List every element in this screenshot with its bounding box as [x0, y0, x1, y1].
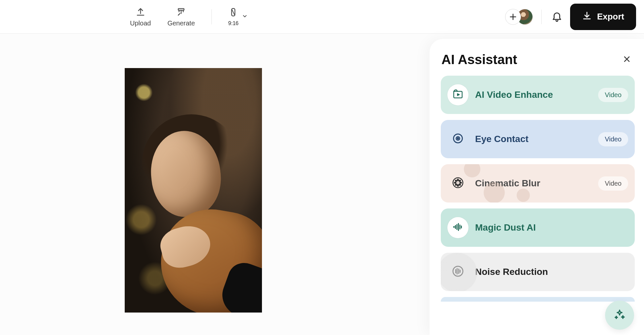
upload-label: Upload — [130, 19, 151, 27]
bell-icon — [551, 11, 563, 23]
tool-eye-contact[interactable]: Eye Contact Video — [441, 120, 635, 158]
toolbar-left-group: Upload Generate 9:16 — [130, 6, 248, 27]
tool-noise-reduction[interactable]: Noise Reduction — [441, 253, 635, 291]
tool-badge: Video — [598, 176, 628, 191]
tool-label: Noise Reduction — [475, 267, 628, 277]
tool-label: AI Video Enhance — [475, 90, 592, 100]
tool-badge: Video — [598, 88, 628, 102]
upload-icon — [136, 6, 145, 18]
svg-point-13 — [455, 180, 456, 181]
video-preview[interactable] — [125, 68, 262, 313]
sparkle-icon — [613, 308, 626, 322]
export-label: Export — [597, 12, 624, 22]
aspect-ratio-icon — [228, 7, 238, 19]
aspect-ratio-label: 9:16 — [228, 20, 239, 26]
chevron-down-icon — [242, 13, 248, 20]
generate-label: Generate — [167, 19, 195, 27]
waveform-icon — [452, 221, 464, 234]
ai-tool-list: AI Video Enhance Video Eye Contact Video — [441, 76, 635, 335]
svg-point-14 — [460, 180, 461, 181]
close-panel-button[interactable] — [620, 53, 633, 66]
close-icon — [622, 55, 631, 65]
export-button[interactable]: Export — [570, 4, 636, 30]
generate-button[interactable]: Generate — [167, 6, 195, 27]
svg-point-11 — [454, 182, 455, 183]
svg-point-12 — [461, 182, 462, 183]
toolbar-divider — [541, 10, 542, 24]
generate-icon — [176, 6, 186, 18]
tool-badge: Video — [598, 132, 628, 146]
notifications-button[interactable] — [550, 10, 564, 23]
tool-list-overflow-peek — [441, 297, 635, 302]
svg-marker-3 — [458, 94, 460, 96]
svg-point-15 — [455, 184, 456, 185]
aspect-ratio-dropdown[interactable]: 9:16 — [228, 7, 248, 26]
toolbar-right-group: Export — [505, 4, 636, 30]
tool-magic-dust-ai[interactable]: Magic Dust AI — [441, 208, 635, 247]
video-enhance-icon — [452, 89, 464, 101]
top-toolbar: Upload Generate 9:16 — [0, 0, 644, 34]
tool-cinematic-blur[interactable]: Cinematic Blur Video — [441, 164, 635, 203]
upload-button[interactable]: Upload — [130, 6, 151, 27]
eye-icon — [451, 132, 465, 146]
svg-point-6 — [457, 138, 458, 139]
tool-label: Eye Contact — [475, 134, 592, 144]
ai-assistant-fab[interactable] — [605, 301, 634, 330]
add-collaborator-button[interactable] — [505, 9, 521, 25]
svg-point-10 — [458, 185, 459, 186]
collaborators — [505, 9, 533, 25]
tool-ai-video-enhance[interactable]: AI Video Enhance Video — [441, 76, 635, 114]
tool-label: Magic Dust AI — [475, 222, 628, 233]
editor-canvas: AI Assistant AI Video Enhance Video — [0, 34, 644, 335]
svg-point-17 — [454, 227, 454, 227]
panel-title: AI Assistant — [441, 52, 517, 67]
svg-point-9 — [458, 179, 459, 180]
svg-point-16 — [460, 184, 461, 185]
aperture-icon — [451, 176, 465, 191]
download-icon — [582, 11, 592, 23]
toolbar-divider — [211, 9, 212, 24]
ai-assistant-panel: AI Assistant AI Video Enhance Video — [430, 39, 644, 335]
